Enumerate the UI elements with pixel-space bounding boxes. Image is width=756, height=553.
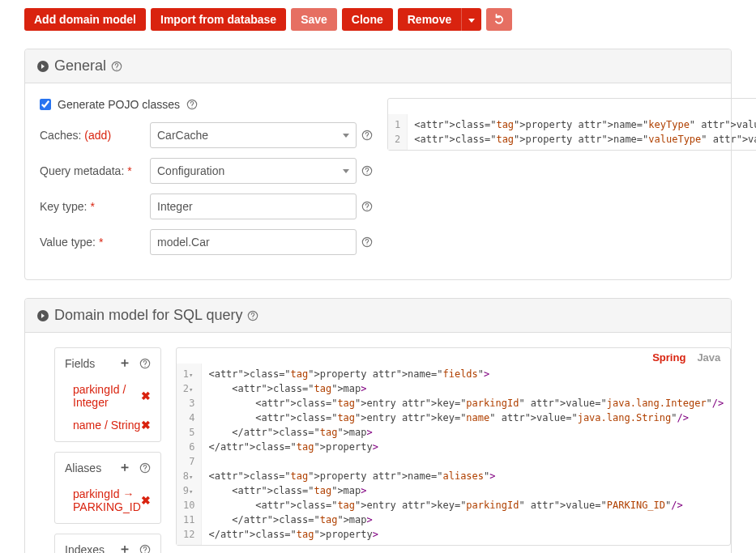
help-icon[interactable] xyxy=(361,165,373,177)
list-item-label: parkingId / Integer xyxy=(73,383,141,409)
query-metadata-select[interactable]: Configuration xyxy=(150,158,357,184)
remove-split-button: Remove xyxy=(398,8,481,31)
general-code-lines[interactable]: <attr">class="tag">property attr">name="… xyxy=(408,114,756,150)
svg-point-10 xyxy=(366,209,367,210)
add-alias-button[interactable]: ＋ xyxy=(118,459,131,476)
general-code-body: 12 <attr">class="tag">property attr">nam… xyxy=(388,114,756,150)
sql-code-body: 1▾2▾345678▾9▾101112 <attr">class="tag">p… xyxy=(177,364,731,545)
svg-point-6 xyxy=(366,138,367,138)
help-icon[interactable] xyxy=(139,544,151,554)
undo-button[interactable] xyxy=(486,8,512,31)
general-panel-header[interactable]: General xyxy=(25,49,731,83)
fields-label: Fields xyxy=(65,357,95,370)
svg-point-15 xyxy=(253,317,254,318)
key-type-label: Key type: xyxy=(40,200,87,213)
general-form: Generate POJO classes Caches: (add) CarC… xyxy=(40,98,373,265)
general-code-panel: Spring Java 12 <attr">class="tag">proper… xyxy=(387,98,756,151)
svg-point-21 xyxy=(144,551,145,552)
add-field-button[interactable]: ＋ xyxy=(118,355,131,372)
sql-panel: Domain model for SQL query Fields ＋ park… xyxy=(24,298,732,553)
sql-code-panel: Spring Java 1▾2▾345678▾9▾101112 <attr">c… xyxy=(176,347,732,546)
help-icon[interactable] xyxy=(111,61,122,72)
tab-spring[interactable]: Spring xyxy=(652,351,686,364)
sql-code-lines[interactable]: <attr">class="tag">property attr">name="… xyxy=(202,364,730,545)
svg-point-20 xyxy=(140,545,149,553)
tab-java[interactable]: Java xyxy=(697,351,720,364)
indexes-label: Indexes xyxy=(65,543,105,554)
caches-label: Caches: xyxy=(40,129,81,142)
import-from-database-button[interactable]: Import from database xyxy=(151,8,286,31)
value-type-input[interactable] xyxy=(150,229,357,255)
save-button[interactable]: Save xyxy=(291,8,337,31)
clone-button[interactable]: Clone xyxy=(342,8,393,31)
query-metadata-label: Query metadata: xyxy=(40,164,124,177)
list-item-label: name / String xyxy=(73,419,140,432)
svg-point-19 xyxy=(144,470,145,470)
help-icon[interactable] xyxy=(361,130,373,141)
remove-item-button[interactable]: ✖ xyxy=(141,389,151,402)
sql-title: Domain model for SQL query xyxy=(54,307,242,324)
add-index-button[interactable]: ＋ xyxy=(118,541,131,553)
list-item[interactable]: parkingId / Integer✖ xyxy=(55,378,160,414)
caret-down-icon xyxy=(343,169,349,173)
general-title: General xyxy=(54,57,106,74)
toolbar: Add domain model Import from database Sa… xyxy=(24,8,732,31)
sql-panel-header[interactable]: Domain model for SQL query xyxy=(25,299,731,333)
caret-down-icon xyxy=(468,19,475,23)
caches-value: CarCache xyxy=(157,129,208,142)
indexes-box: Indexes ＋ Not defined xyxy=(54,534,161,553)
fields-box: Fields ＋ parkingId / Integer✖name / Stri… xyxy=(54,347,161,442)
remove-dropdown-caret[interactable] xyxy=(461,8,481,31)
value-type-field[interactable] xyxy=(157,236,349,249)
svg-point-4 xyxy=(191,107,192,108)
remove-button[interactable]: Remove xyxy=(398,8,461,31)
key-type-input[interactable] xyxy=(150,194,357,219)
aliases-box: Aliases ＋ parkingId → PARKING_ID✖ xyxy=(54,452,161,524)
caches-select[interactable]: CarCache xyxy=(150,122,357,148)
key-type-field[interactable] xyxy=(157,200,349,213)
query-metadata-value: Configuration xyxy=(157,164,224,177)
generate-pojo-label: Generate POJO classes xyxy=(58,98,180,111)
caches-add-link[interactable]: (add) xyxy=(84,129,111,142)
general-panel: General Generate POJO classes Caches: (a… xyxy=(24,49,732,280)
value-type-label: Value type: xyxy=(40,236,96,249)
caret-down-icon xyxy=(343,134,349,138)
svg-point-17 xyxy=(144,365,145,366)
list-item[interactable]: parkingId → PARKING_ID✖ xyxy=(55,483,160,518)
help-icon[interactable] xyxy=(139,462,151,474)
undo-icon xyxy=(493,14,505,25)
chevron-circle-icon xyxy=(36,60,49,73)
sql-left-column: Fields ＋ parkingId / Integer✖name / Stri… xyxy=(40,347,161,553)
help-icon[interactable] xyxy=(361,201,373,212)
chevron-circle-icon xyxy=(36,309,49,322)
help-icon[interactable] xyxy=(361,236,373,248)
list-item[interactable]: name / String✖ xyxy=(55,414,160,436)
generate-pojo-checkbox[interactable] xyxy=(40,99,51,110)
svg-point-8 xyxy=(366,173,367,174)
help-icon[interactable] xyxy=(247,310,258,321)
help-icon[interactable] xyxy=(186,99,198,110)
remove-item-button[interactable]: ✖ xyxy=(141,419,151,432)
svg-point-2 xyxy=(117,68,117,69)
aliases-label: Aliases xyxy=(65,462,101,474)
list-item-label: parkingId → PARKING_ID xyxy=(73,487,141,513)
remove-item-button[interactable]: ✖ xyxy=(141,494,151,507)
add-domain-model-button[interactable]: Add domain model xyxy=(24,8,146,31)
svg-point-12 xyxy=(366,245,367,245)
help-icon[interactable] xyxy=(139,358,151,369)
